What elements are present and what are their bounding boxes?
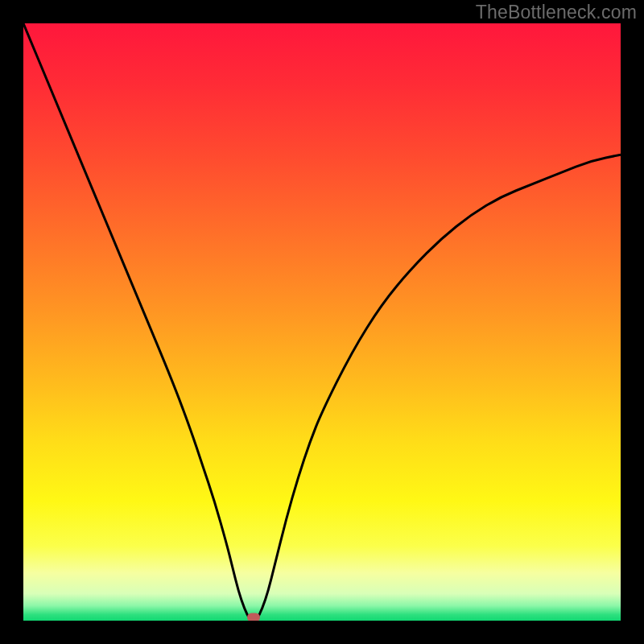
optimal-point-marker: [247, 613, 260, 621]
chart-canvas: TheBottleneck.com: [0, 0, 644, 644]
bottleneck-curve: [23, 23, 621, 621]
plot-area: [23, 23, 621, 621]
watermark-text: TheBottleneck.com: [476, 2, 637, 23]
